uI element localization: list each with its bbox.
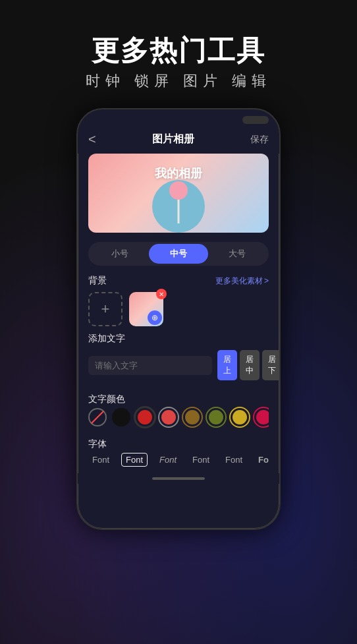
size-medium[interactable]: 中号 [149, 244, 207, 264]
align-bottom-button[interactable]: 居下 [262, 350, 281, 380]
add-text-section: 添加文字 居上 居中 居下 [78, 333, 279, 394]
phone-frame: < 图片相册 保存 我的相册 小号 中号 大号 背景 [76, 108, 281, 530]
color-crimson-ring[interactable] [254, 408, 269, 426]
add-background-button[interactable]: + [88, 292, 123, 326]
phone-mockup: < 图片相册 保存 我的相册 小号 中号 大号 背景 [76, 108, 281, 530]
font-item-4[interactable]: Font [221, 454, 246, 466]
color-black[interactable] [112, 408, 130, 426]
background-section: 背景 更多美化素材 > + ✕ ⊕ [78, 275, 279, 333]
background-thumbnails: + ✕ ⊕ [88, 292, 269, 326]
align-middle-button[interactable]: 居中 [240, 350, 260, 380]
notch-pill [242, 116, 269, 124]
background-label: 背景 [88, 275, 107, 287]
add-text-row: 居上 居中 居下 [88, 350, 269, 380]
size-small[interactable]: 小号 [90, 244, 149, 264]
size-selector: 小号 中号 大号 [88, 242, 269, 266]
color-gold-ring[interactable] [231, 408, 249, 426]
color-brown-ring[interactable] [183, 408, 202, 426]
main-content: 更多热门工具 时钟 锁屏 图片 编辑 < 图片相册 保存 我的相册 [0, 18, 357, 530]
font-row: Font Font Font Font Font Font Fon [88, 450, 269, 467]
app-title: 图片相册 [152, 132, 194, 146]
hero-section: 更多热门工具 时钟 锁屏 图片 编辑 [72, 25, 285, 108]
size-large[interactable]: 大号 [208, 244, 267, 264]
color-red-ring[interactable] [136, 408, 154, 426]
background-header: 背景 更多美化素材 > [88, 275, 269, 287]
font-item-5[interactable]: Font [254, 454, 269, 466]
color-palette [88, 405, 269, 432]
color-none[interactable] [88, 408, 107, 426]
lollipop-head [169, 181, 188, 200]
preview-text: 我的相册 [155, 165, 202, 181]
home-indicator [152, 477, 205, 480]
text-color-section: 文字颜色 [78, 394, 279, 438]
hero-title: 更多热门工具 [86, 36, 271, 66]
bg-thumb-badge: ⊕ [148, 310, 162, 325]
hero-subtitle: 时钟 锁屏 图片 编辑 [86, 71, 271, 91]
text-color-label: 文字颜色 [88, 394, 269, 405]
lollipop-stick [178, 197, 180, 223]
preview-area: 我的相册 [88, 154, 269, 233]
font-item-0[interactable]: Font [88, 454, 113, 466]
align-top-button[interactable]: 居上 [217, 350, 237, 380]
text-input-field[interactable] [88, 356, 212, 375]
font-style-section: 字体 Font Font Font Font Font Font Fon [78, 438, 279, 473]
color-olive-ring[interactable] [207, 408, 225, 426]
back-button[interactable]: < [88, 132, 96, 147]
phone-notch [78, 109, 279, 128]
color-red-ring2[interactable] [159, 408, 178, 426]
delete-bg-icon[interactable]: ✕ [156, 289, 167, 299]
background-thumb-1[interactable]: ✕ ⊕ [129, 292, 163, 326]
save-button[interactable]: 保存 [250, 134, 269, 146]
add-text-label: 添加文字 [88, 333, 269, 345]
more-materials-link[interactable]: 更多美化素材 > [215, 276, 269, 287]
font-item-1[interactable]: Font [121, 453, 148, 467]
font-style-label: 字体 [88, 438, 269, 450]
phone-bottom [78, 473, 279, 484]
font-item-3[interactable]: Font [188, 454, 213, 466]
font-item-2[interactable]: Font [155, 454, 180, 466]
align-buttons: 居上 居中 居下 [217, 350, 281, 380]
app-header: < 图片相册 保存 [78, 128, 279, 154]
